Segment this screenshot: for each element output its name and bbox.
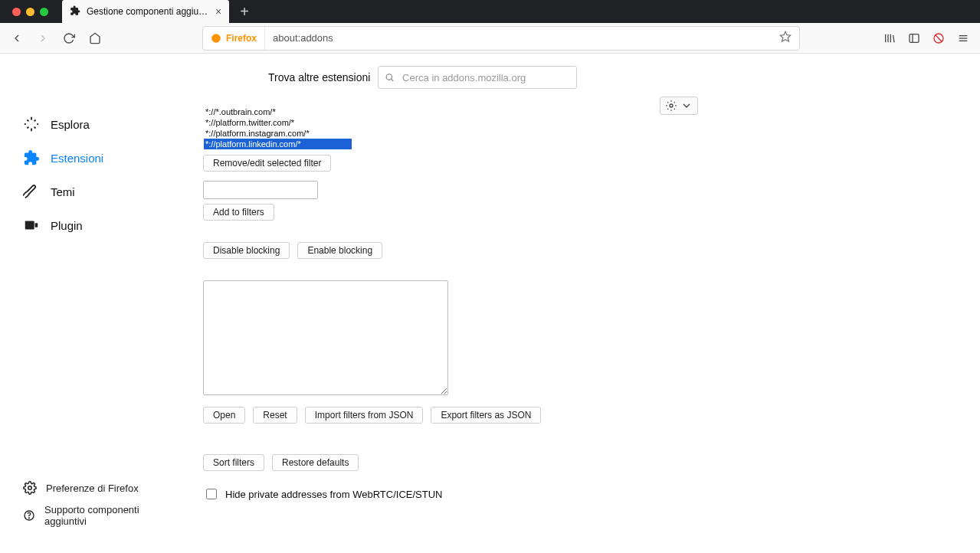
svg-point-0 — [211, 34, 221, 43]
remove-edit-filter-button[interactable]: Remove/edit selected filter — [203, 155, 331, 172]
reset-button[interactable]: Reset — [253, 407, 297, 424]
svg-line-10 — [392, 79, 393, 80]
sidebar-item-discover[interactable]: Esplora — [23, 107, 192, 141]
svg-point-13 — [28, 486, 32, 490]
svg-line-5 — [935, 34, 942, 41]
chevron-down-icon — [680, 100, 693, 112]
brush-icon — [23, 183, 40, 200]
enable-blocking-button[interactable]: Enable blocking — [297, 242, 382, 259]
hide-webrtc-label: Hide private addresses from WebRTC/ICE/S… — [225, 489, 442, 500]
sidebar-item-extensions[interactable]: Estensioni — [23, 141, 192, 175]
app-menu-button[interactable] — [952, 28, 974, 49]
firefox-preferences-label: Preferenze di Firefox — [46, 483, 139, 494]
hide-webrtc-checkbox[interactable] — [206, 489, 217, 499]
sidebar-toggle-button[interactable] — [903, 28, 925, 49]
url-bar[interactable]: Firefox about:addons — [202, 26, 800, 51]
restore-defaults-button[interactable]: Restore defaults — [272, 454, 359, 471]
gear-icon — [665, 100, 677, 112]
puzzle-icon — [23, 149, 40, 166]
identity-box[interactable]: Firefox — [203, 27, 265, 50]
firefox-preferences-link[interactable]: Preferenze di Firefox — [23, 476, 169, 499]
svg-point-15 — [29, 518, 30, 519]
window-controls — [6, 8, 54, 16]
puzzle-icon — [70, 5, 80, 18]
gear-icon — [23, 481, 37, 495]
addons-support-link[interactable]: Supporto componenti aggiuntivi — [23, 499, 169, 532]
category-sidebar: Esplora Estensioni Temi Plugin — [0, 97, 192, 553]
search-icon — [385, 72, 395, 83]
close-tab-button[interactable]: × — [215, 6, 221, 17]
new-filter-input[interactable] — [203, 181, 318, 199]
tools-menu-button[interactable] — [660, 97, 698, 115]
disable-blocking-button[interactable]: Disable blocking — [203, 242, 290, 259]
close-window-button[interactable] — [12, 8, 21, 16]
back-button[interactable] — [6, 28, 28, 49]
addon-search-box[interactable] — [378, 66, 577, 89]
search-label: Trova altre estensioni — [268, 71, 370, 83]
add-to-filters-button[interactable]: Add to filters — [203, 204, 274, 221]
help-icon — [23, 509, 35, 522]
addons-support-label: Supporto componenti aggiuntivi — [44, 504, 169, 527]
sidebar-label: Estensioni — [51, 152, 103, 165]
filter-list[interactable]: *://*.outbrain.com/**://platform.twitter… — [203, 106, 352, 150]
sidebar-item-themes[interactable]: Temi — [23, 175, 192, 208]
filter-item[interactable]: *://platform.instagram.com/* — [204, 128, 352, 139]
svg-point-9 — [386, 74, 392, 80]
svg-rect-11 — [25, 221, 34, 230]
sparkle-icon — [23, 116, 40, 133]
firefox-icon — [211, 33, 221, 44]
zoom-window-button[interactable] — [40, 8, 48, 16]
blocker-icon[interactable] — [928, 28, 949, 49]
address-text: about:addons — [265, 32, 772, 44]
svg-rect-12 — [35, 223, 38, 227]
library-button[interactable] — [879, 28, 900, 49]
sidebar-label: Plugin — [51, 219, 83, 232]
import-json-button[interactable]: Import filters from JSON — [305, 407, 424, 424]
filters-textarea[interactable] — [203, 280, 448, 395]
filter-item[interactable]: *://*.outbrain.com/* — [204, 106, 352, 117]
new-tab-button[interactable]: + — [240, 3, 249, 21]
home-button[interactable] — [84, 28, 106, 49]
filter-item[interactable]: *://platform.twitter.com/* — [204, 117, 352, 128]
reload-button[interactable] — [58, 28, 80, 49]
tab-title: Gestione componenti aggiuntivi — [87, 6, 209, 17]
open-button[interactable]: Open — [203, 407, 245, 424]
navigation-toolbar: Firefox about:addons — [0, 23, 980, 54]
sidebar-item-plugins[interactable]: Plugin — [23, 208, 192, 242]
sort-filters-button[interactable]: Sort filters — [203, 454, 264, 471]
identity-label: Firefox — [226, 33, 257, 44]
minimize-window-button[interactable] — [26, 8, 34, 16]
plugin-icon — [23, 217, 40, 234]
sidebar-label: Temi — [51, 185, 75, 198]
hide-webrtc-row[interactable]: Hide private addresses from WebRTC/ICE/S… — [203, 486, 696, 502]
bookmark-star-button[interactable] — [772, 31, 799, 45]
addon-search-input[interactable] — [401, 71, 570, 84]
browser-tab[interactable]: Gestione componenti aggiuntivi × — [62, 0, 229, 23]
filter-item[interactable]: *://platform.linkedin.com/* — [204, 139, 352, 149]
export-json-button[interactable]: Export filters as JSON — [431, 407, 541, 424]
forward-button[interactable] — [32, 28, 54, 49]
svg-rect-2 — [910, 34, 919, 42]
svg-point-16 — [670, 104, 673, 107]
svg-marker-1 — [780, 31, 790, 41]
tab-bar: Gestione componenti aggiuntivi × + — [0, 0, 980, 23]
sidebar-label: Esplora — [51, 118, 90, 131]
